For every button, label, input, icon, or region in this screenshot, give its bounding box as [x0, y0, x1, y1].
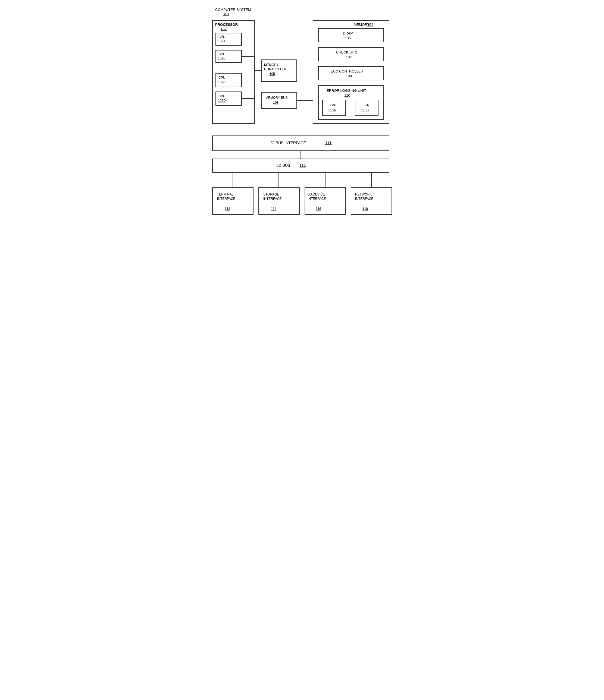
system-label: COMPUTER SYSTEM: [215, 8, 251, 12]
processor-label: PROCESSOR: [215, 23, 238, 27]
io-device-interface-number: 116: [316, 207, 321, 211]
check-bits-label: CHECK BITS: [336, 50, 357, 54]
network-interface-label1: NETWORK: [355, 193, 372, 196]
terminal-interface-label1: TERMINAL: [217, 193, 234, 196]
memory-bus-number: 103: [273, 101, 279, 104]
ecc-controller-number: 108: [346, 74, 352, 78]
cpu-102b-label: CPU: [218, 52, 225, 56]
memory-number: 104: [367, 23, 373, 27]
ear-label: EAR: [330, 103, 337, 107]
check-bits-number: 107: [346, 55, 352, 59]
dram-label: DRAM: [343, 31, 353, 35]
network-interface-number: 118: [362, 207, 368, 211]
error-logging-label: ERROR LOGGING UNIT: [327, 89, 366, 93]
storage-interface-box: [259, 188, 299, 215]
cpu-102d-box: [216, 92, 242, 105]
ecc-controller-label: ECC CONTROLLER: [331, 69, 363, 73]
terminal-interface-box: [213, 188, 253, 215]
network-interface-box: [351, 188, 392, 215]
memory-controller-label: MEMORY: [264, 63, 279, 67]
memory-controller-label2: CONTROLLER: [264, 67, 286, 71]
cpu-102b-number: 102B: [218, 56, 225, 60]
dram-number: 106: [345, 36, 351, 40]
io-bus-number: 112: [299, 163, 306, 168]
cpu-connector-bar: [254, 38, 255, 100]
io-device-interface-label1: I/O DEVICE: [308, 193, 325, 196]
system-number: 101: [223, 12, 229, 16]
io-bus-interface-label: I/O BUS INTERFACE: [269, 141, 306, 145]
terminal-interface-number: 113: [225, 207, 230, 211]
dram-box: [318, 28, 384, 42]
storage-interface-label2: INTERFACE: [263, 197, 282, 201]
cpu-102d-number: 102D: [218, 99, 226, 103]
io-bus-label: I/O BUS: [276, 163, 290, 168]
cpu-102c-label: CPU: [218, 76, 225, 79]
diagram-container: COMPUTER SYSTEM 101 PROCESSOR 102 CPU 10…: [207, 5, 397, 240]
ear-box: [322, 100, 346, 116]
memory-bus-label: MEMORY BUS: [265, 96, 288, 100]
ecr-number: 110B: [361, 108, 369, 112]
io-device-interface-label2: INTERFACE: [308, 197, 326, 201]
ear-number: 110A: [328, 108, 336, 112]
network-interface-label2: INTERFACE: [355, 197, 373, 201]
cpu-102c-number: 102C: [218, 80, 226, 84]
cpu-102c-box: [216, 73, 242, 87]
ecr-label: ECR: [362, 103, 369, 107]
memory-controller-number: 105: [269, 72, 275, 76]
memory-bus-box: [261, 92, 297, 108]
cpu-102d-label: CPU: [218, 94, 225, 98]
error-logging-number: 110: [344, 93, 350, 98]
terminal-interface-label2: INTERFACE: [217, 197, 235, 201]
processor-number: 102: [221, 27, 226, 31]
ecr-box: [355, 100, 378, 116]
io-device-interface-box: [305, 188, 346, 215]
cpu-102a-number: 102A: [218, 40, 225, 43]
io-bus-interface-number: 111: [325, 141, 332, 145]
cpu-102a-label: CPU: [218, 35, 225, 39]
storage-interface-label1: STORAGE: [263, 193, 279, 196]
storage-interface-number: 114: [271, 207, 276, 211]
